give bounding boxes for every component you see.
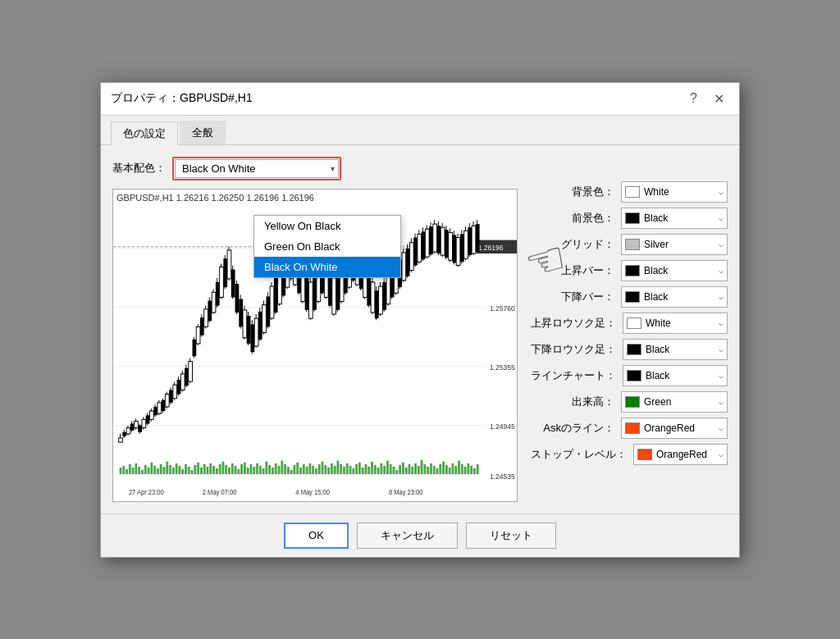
svg-rect-84 xyxy=(340,463,342,473)
svg-rect-59 xyxy=(262,468,265,473)
color-select-1[interactable]: Black⌵ xyxy=(621,208,728,229)
preset-label: 基本配色： xyxy=(112,161,166,176)
svg-rect-114 xyxy=(433,465,436,473)
color-select-6[interactable]: Black⌵ xyxy=(623,339,728,360)
svg-rect-50 xyxy=(235,465,237,473)
svg-rect-42 xyxy=(209,463,212,473)
svg-rect-289 xyxy=(422,231,426,259)
preset-select[interactable]: Black On White Yellow On Black Green On … xyxy=(175,159,339,178)
ok-button[interactable]: OK xyxy=(284,523,349,549)
svg-rect-30 xyxy=(172,467,175,473)
dropdown-item-green[interactable]: Green On Black xyxy=(254,236,400,257)
svg-rect-132 xyxy=(122,431,126,436)
svg-rect-202 xyxy=(258,311,262,339)
svg-rect-79 xyxy=(324,464,326,473)
svg-rect-65 xyxy=(281,460,283,473)
svg-rect-162 xyxy=(180,373,185,390)
color-label-4: 下降バー： xyxy=(561,290,614,304)
svg-rect-231 xyxy=(308,281,313,317)
svg-rect-109 xyxy=(418,465,420,473)
tab-general[interactable]: 全般 xyxy=(180,121,226,144)
svg-rect-198 xyxy=(250,324,254,352)
svg-rect-164 xyxy=(185,367,189,386)
color-select-7[interactable]: Black⌵ xyxy=(623,365,728,386)
reset-button[interactable]: リセット xyxy=(466,523,556,549)
svg-rect-17 xyxy=(132,467,135,473)
color-value-10: OrangeRed xyxy=(656,449,707,460)
svg-rect-82 xyxy=(334,465,336,473)
svg-rect-116 xyxy=(439,463,441,473)
svg-rect-29 xyxy=(169,464,171,473)
color-row-3: 上昇バー：Black⌵ xyxy=(531,260,728,281)
svg-rect-229 xyxy=(305,273,309,309)
svg-rect-297 xyxy=(437,226,441,253)
svg-rect-36 xyxy=(191,470,194,474)
svg-rect-105 xyxy=(405,467,408,473)
svg-rect-130 xyxy=(119,437,123,441)
svg-rect-67 xyxy=(287,466,290,473)
svg-rect-41 xyxy=(207,466,209,473)
svg-rect-86 xyxy=(346,463,349,473)
svg-rect-25 xyxy=(157,468,159,473)
dropdown-item-black-on-white[interactable]: Black On White xyxy=(254,257,400,277)
help-button[interactable]: ? xyxy=(685,89,702,107)
color-value-7: Black xyxy=(646,370,707,381)
color-select-5[interactable]: White⌵ xyxy=(623,313,728,334)
svg-rect-121 xyxy=(454,465,457,473)
color-select-10[interactable]: OrangeRed⌵ xyxy=(633,444,728,465)
svg-rect-75 xyxy=(312,465,314,473)
dropdown-item-yellow[interactable]: Yellow On Black xyxy=(254,216,400,236)
svg-rect-81 xyxy=(331,463,333,473)
color-select-3[interactable]: Black⌵ xyxy=(621,260,728,281)
svg-text:2 May 07:00: 2 May 07:00 xyxy=(203,488,237,495)
svg-rect-80 xyxy=(327,467,330,473)
svg-rect-91 xyxy=(362,467,364,473)
color-select-2[interactable]: Silver⌵ xyxy=(621,234,728,255)
svg-rect-140 xyxy=(138,425,142,431)
svg-rect-13 xyxy=(120,467,122,473)
color-dropdown-arrow-4: ⌵ xyxy=(719,292,724,301)
svg-rect-293 xyxy=(429,226,433,254)
preset-dropdown-overlay: Yellow On Black Green On Black Black On … xyxy=(253,215,401,278)
color-swatch-5 xyxy=(627,317,641,329)
color-label-2: グリッド： xyxy=(561,237,614,252)
color-label-0: 背景色： xyxy=(572,185,614,199)
svg-rect-285 xyxy=(413,237,418,265)
svg-rect-190 xyxy=(235,284,240,313)
close-button[interactable]: ✕ xyxy=(709,89,729,108)
svg-rect-34 xyxy=(185,463,187,473)
svg-rect-44 xyxy=(216,468,218,473)
tab-color-settings[interactable]: 色の設定 xyxy=(111,121,178,145)
svg-rect-90 xyxy=(358,462,361,473)
color-value-1: Black xyxy=(644,212,707,224)
svg-rect-102 xyxy=(395,470,398,474)
color-swatch-3 xyxy=(625,265,640,276)
svg-text:1.24535: 1.24535 xyxy=(490,472,515,480)
svg-rect-142 xyxy=(142,419,146,427)
cancel-button[interactable]: キャンセル xyxy=(357,523,458,549)
color-select-9[interactable]: OrangeRed⌵ xyxy=(621,418,728,439)
svg-text:27 Apr 23:00: 27 Apr 23:00 xyxy=(129,488,164,495)
svg-rect-146 xyxy=(149,411,153,419)
color-swatch-6 xyxy=(627,344,641,355)
svg-rect-305 xyxy=(452,235,456,262)
svg-rect-56 xyxy=(253,466,255,473)
svg-rect-66 xyxy=(284,463,286,473)
color-select-0[interactable]: White⌵ xyxy=(621,181,728,203)
color-swatch-0 xyxy=(625,186,640,198)
svg-rect-55 xyxy=(250,463,253,473)
color-swatch-4 xyxy=(625,291,640,303)
svg-rect-95 xyxy=(374,464,377,473)
color-dropdown-arrow-8: ⌵ xyxy=(719,397,724,406)
svg-rect-53 xyxy=(244,462,246,473)
svg-text:4 May 15:00: 4 May 15:00 xyxy=(295,488,330,495)
svg-rect-168 xyxy=(193,339,197,356)
color-select-8[interactable]: Green⌵ xyxy=(621,391,728,413)
svg-rect-96 xyxy=(377,467,380,473)
svg-rect-94 xyxy=(371,461,373,473)
svg-rect-283 xyxy=(409,242,413,270)
color-row-5: 上昇ロウソク足：White⌵ xyxy=(531,313,728,334)
svg-rect-110 xyxy=(421,459,423,473)
svg-rect-115 xyxy=(436,468,439,473)
color-select-4[interactable]: Black⌵ xyxy=(621,286,728,308)
